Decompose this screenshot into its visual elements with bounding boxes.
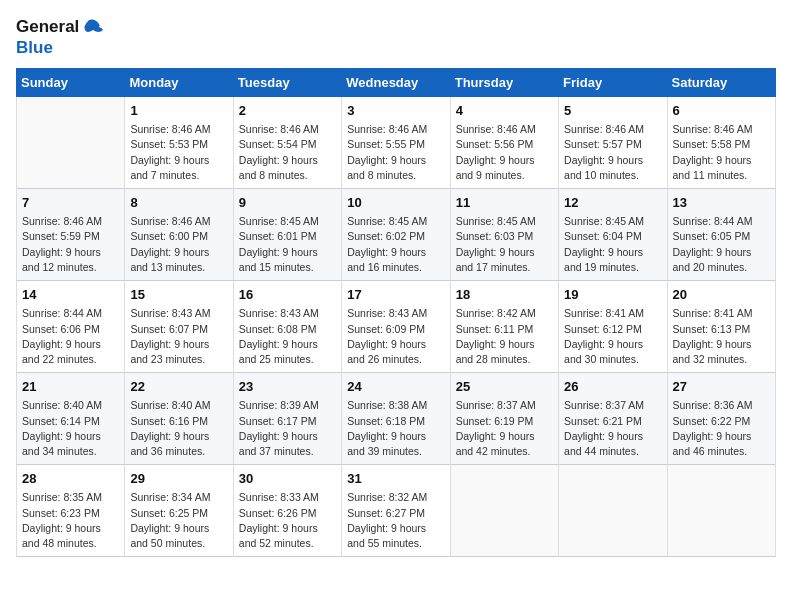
day-number: 23 — [239, 378, 336, 396]
day-info: Sunrise: 8:46 AM Sunset: 5:56 PM Dayligh… — [456, 122, 553, 183]
day-number: 30 — [239, 470, 336, 488]
calendar-week-4: 21Sunrise: 8:40 AM Sunset: 6:14 PM Dayli… — [17, 373, 776, 465]
calendar-cell: 4Sunrise: 8:46 AM Sunset: 5:56 PM Daylig… — [450, 97, 558, 189]
day-info: Sunrise: 8:43 AM Sunset: 6:07 PM Dayligh… — [130, 306, 227, 367]
calendar-cell: 24Sunrise: 8:38 AM Sunset: 6:18 PM Dayli… — [342, 373, 450, 465]
calendar-cell: 14Sunrise: 8:44 AM Sunset: 6:06 PM Dayli… — [17, 281, 125, 373]
calendar-cell — [450, 465, 558, 557]
calendar-cell: 21Sunrise: 8:40 AM Sunset: 6:14 PM Dayli… — [17, 373, 125, 465]
calendar-cell: 1Sunrise: 8:46 AM Sunset: 5:53 PM Daylig… — [125, 97, 233, 189]
day-number: 3 — [347, 102, 444, 120]
day-number: 22 — [130, 378, 227, 396]
day-info: Sunrise: 8:46 AM Sunset: 5:54 PM Dayligh… — [239, 122, 336, 183]
logo-text-blue: Blue — [16, 38, 53, 58]
logo-text-general: General — [16, 17, 79, 37]
calendar-cell: 3Sunrise: 8:46 AM Sunset: 5:55 PM Daylig… — [342, 97, 450, 189]
day-number: 17 — [347, 286, 444, 304]
day-number: 10 — [347, 194, 444, 212]
calendar-table: SundayMondayTuesdayWednesdayThursdayFrid… — [16, 68, 776, 557]
calendar-cell — [667, 465, 775, 557]
calendar-week-2: 7Sunrise: 8:46 AM Sunset: 5:59 PM Daylig… — [17, 189, 776, 281]
day-info: Sunrise: 8:41 AM Sunset: 6:13 PM Dayligh… — [673, 306, 770, 367]
day-number: 15 — [130, 286, 227, 304]
calendar-cell: 27Sunrise: 8:36 AM Sunset: 6:22 PM Dayli… — [667, 373, 775, 465]
day-number: 18 — [456, 286, 553, 304]
day-number: 4 — [456, 102, 553, 120]
logo-bird-icon — [81, 16, 103, 38]
day-info: Sunrise: 8:35 AM Sunset: 6:23 PM Dayligh… — [22, 490, 119, 551]
day-number: 26 — [564, 378, 661, 396]
day-number: 12 — [564, 194, 661, 212]
logo-graphic: General Blue — [16, 16, 103, 58]
day-info: Sunrise: 8:38 AM Sunset: 6:18 PM Dayligh… — [347, 398, 444, 459]
day-info: Sunrise: 8:37 AM Sunset: 6:19 PM Dayligh… — [456, 398, 553, 459]
calendar-cell: 9Sunrise: 8:45 AM Sunset: 6:01 PM Daylig… — [233, 189, 341, 281]
day-info: Sunrise: 8:40 AM Sunset: 6:14 PM Dayligh… — [22, 398, 119, 459]
day-number: 31 — [347, 470, 444, 488]
day-number: 25 — [456, 378, 553, 396]
day-number: 9 — [239, 194, 336, 212]
day-info: Sunrise: 8:39 AM Sunset: 6:17 PM Dayligh… — [239, 398, 336, 459]
day-info: Sunrise: 8:46 AM Sunset: 5:58 PM Dayligh… — [673, 122, 770, 183]
calendar-cell: 15Sunrise: 8:43 AM Sunset: 6:07 PM Dayli… — [125, 281, 233, 373]
day-info: Sunrise: 8:46 AM Sunset: 5:59 PM Dayligh… — [22, 214, 119, 275]
day-number: 11 — [456, 194, 553, 212]
day-info: Sunrise: 8:45 AM Sunset: 6:03 PM Dayligh… — [456, 214, 553, 275]
day-number: 27 — [673, 378, 770, 396]
day-number: 29 — [130, 470, 227, 488]
calendar-cell: 29Sunrise: 8:34 AM Sunset: 6:25 PM Dayli… — [125, 465, 233, 557]
day-info: Sunrise: 8:41 AM Sunset: 6:12 PM Dayligh… — [564, 306, 661, 367]
day-number: 1 — [130, 102, 227, 120]
calendar-cell: 28Sunrise: 8:35 AM Sunset: 6:23 PM Dayli… — [17, 465, 125, 557]
day-info: Sunrise: 8:37 AM Sunset: 6:21 PM Dayligh… — [564, 398, 661, 459]
calendar-cell: 30Sunrise: 8:33 AM Sunset: 6:26 PM Dayli… — [233, 465, 341, 557]
day-number: 13 — [673, 194, 770, 212]
calendar-cell: 13Sunrise: 8:44 AM Sunset: 6:05 PM Dayli… — [667, 189, 775, 281]
calendar-cell: 11Sunrise: 8:45 AM Sunset: 6:03 PM Dayli… — [450, 189, 558, 281]
calendar-cell: 23Sunrise: 8:39 AM Sunset: 6:17 PM Dayli… — [233, 373, 341, 465]
calendar-header-row: SundayMondayTuesdayWednesdayThursdayFrid… — [17, 69, 776, 97]
day-info: Sunrise: 8:44 AM Sunset: 6:06 PM Dayligh… — [22, 306, 119, 367]
day-info: Sunrise: 8:45 AM Sunset: 6:04 PM Dayligh… — [564, 214, 661, 275]
day-number: 5 — [564, 102, 661, 120]
day-info: Sunrise: 8:44 AM Sunset: 6:05 PM Dayligh… — [673, 214, 770, 275]
calendar-cell: 10Sunrise: 8:45 AM Sunset: 6:02 PM Dayli… — [342, 189, 450, 281]
calendar-cell: 6Sunrise: 8:46 AM Sunset: 5:58 PM Daylig… — [667, 97, 775, 189]
day-info: Sunrise: 8:32 AM Sunset: 6:27 PM Dayligh… — [347, 490, 444, 551]
calendar-cell: 5Sunrise: 8:46 AM Sunset: 5:57 PM Daylig… — [559, 97, 667, 189]
calendar-cell: 16Sunrise: 8:43 AM Sunset: 6:08 PM Dayli… — [233, 281, 341, 373]
day-info: Sunrise: 8:34 AM Sunset: 6:25 PM Dayligh… — [130, 490, 227, 551]
calendar-cell — [559, 465, 667, 557]
calendar-week-5: 28Sunrise: 8:35 AM Sunset: 6:23 PM Dayli… — [17, 465, 776, 557]
header-saturday: Saturday — [667, 69, 775, 97]
logo: General Blue — [16, 16, 103, 58]
day-info: Sunrise: 8:42 AM Sunset: 6:11 PM Dayligh… — [456, 306, 553, 367]
day-number: 8 — [130, 194, 227, 212]
calendar-cell: 12Sunrise: 8:45 AM Sunset: 6:04 PM Dayli… — [559, 189, 667, 281]
day-number: 28 — [22, 470, 119, 488]
calendar-cell: 2Sunrise: 8:46 AM Sunset: 5:54 PM Daylig… — [233, 97, 341, 189]
day-info: Sunrise: 8:45 AM Sunset: 6:02 PM Dayligh… — [347, 214, 444, 275]
day-info: Sunrise: 8:43 AM Sunset: 6:09 PM Dayligh… — [347, 306, 444, 367]
day-info: Sunrise: 8:46 AM Sunset: 5:55 PM Dayligh… — [347, 122, 444, 183]
calendar-cell: 20Sunrise: 8:41 AM Sunset: 6:13 PM Dayli… — [667, 281, 775, 373]
page-header: General Blue — [16, 16, 776, 58]
day-number: 24 — [347, 378, 444, 396]
header-thursday: Thursday — [450, 69, 558, 97]
day-info: Sunrise: 8:45 AM Sunset: 6:01 PM Dayligh… — [239, 214, 336, 275]
calendar-cell: 17Sunrise: 8:43 AM Sunset: 6:09 PM Dayli… — [342, 281, 450, 373]
day-info: Sunrise: 8:36 AM Sunset: 6:22 PM Dayligh… — [673, 398, 770, 459]
header-monday: Monday — [125, 69, 233, 97]
day-number: 16 — [239, 286, 336, 304]
day-number: 21 — [22, 378, 119, 396]
calendar-cell: 26Sunrise: 8:37 AM Sunset: 6:21 PM Dayli… — [559, 373, 667, 465]
calendar-cell: 19Sunrise: 8:41 AM Sunset: 6:12 PM Dayli… — [559, 281, 667, 373]
day-number: 7 — [22, 194, 119, 212]
calendar-cell: 8Sunrise: 8:46 AM Sunset: 6:00 PM Daylig… — [125, 189, 233, 281]
day-info: Sunrise: 8:33 AM Sunset: 6:26 PM Dayligh… — [239, 490, 336, 551]
calendar-cell: 22Sunrise: 8:40 AM Sunset: 6:16 PM Dayli… — [125, 373, 233, 465]
day-info: Sunrise: 8:46 AM Sunset: 6:00 PM Dayligh… — [130, 214, 227, 275]
header-sunday: Sunday — [17, 69, 125, 97]
day-info: Sunrise: 8:40 AM Sunset: 6:16 PM Dayligh… — [130, 398, 227, 459]
header-friday: Friday — [559, 69, 667, 97]
